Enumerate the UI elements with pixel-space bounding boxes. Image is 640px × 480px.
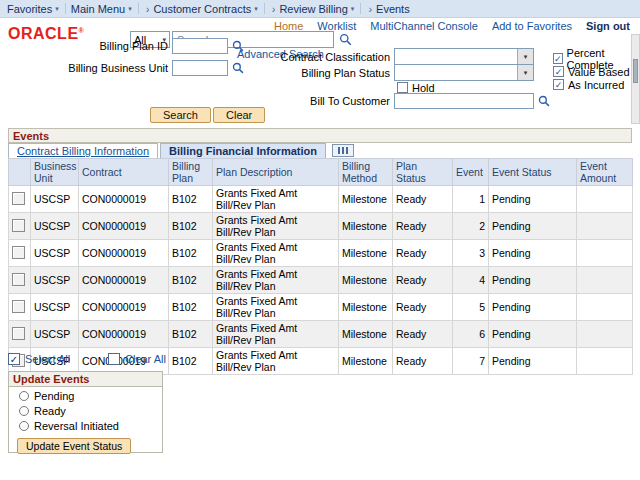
cell-billing-plan: B102	[169, 321, 213, 348]
cell-business-unit: USCSP	[31, 294, 79, 321]
cell-contract: CON0000019	[79, 186, 169, 213]
breadcrumb-separator	[264, 3, 265, 14]
row-select-checkbox[interactable]	[12, 219, 25, 232]
select-all-label: Select All	[25, 353, 70, 365]
cell-billing-method: Milestone	[339, 213, 393, 240]
value-based-checkbox[interactable]	[553, 66, 564, 77]
checkbox-row-percent-complete: Percent Complete	[553, 52, 640, 65]
cell-contract: CON0000019	[79, 267, 169, 294]
cell-contract: CON0000019	[79, 213, 169, 240]
cell-event-status: Pending	[489, 186, 577, 213]
pending-radio-label: Pending	[34, 390, 74, 402]
breadcrumb-item-main-menu[interactable]: Main Menu	[71, 3, 125, 15]
clear-all-control[interactable]: Clear All	[108, 353, 166, 365]
search-button[interactable]: Search	[150, 107, 211, 123]
cell-plan-status: Ready	[393, 213, 453, 240]
select-all-checkbox-icon	[8, 353, 20, 365]
breadcrumb: Favorites▾Main Menu▾›Customer Contracts▾…	[0, 0, 640, 18]
pending-radio-button[interactable]	[19, 391, 29, 401]
column-header-contract[interactable]: Contract	[79, 159, 169, 186]
sign-out-link[interactable]: Sign out	[586, 20, 630, 32]
cell-event-amount	[577, 240, 633, 267]
search-icon[interactable]	[339, 33, 352, 46]
column-header-event[interactable]: Event	[453, 159, 489, 186]
row-select-checkbox[interactable]	[12, 327, 25, 340]
events-section-header: Events	[8, 128, 632, 143]
scrollbar-thumb[interactable]	[633, 59, 638, 83]
cell-event: 2	[453, 213, 489, 240]
cell-billing-plan: B102	[169, 267, 213, 294]
cell-plan-status: Ready	[393, 240, 453, 267]
radio-row-pending: Pending	[19, 390, 162, 402]
clear-button[interactable]: Clear	[213, 107, 265, 123]
column-header-event-status[interactable]: Event Status	[489, 159, 577, 186]
dropdown-arrow-icon: ▾	[517, 49, 533, 64]
cell-event-status: Pending	[489, 321, 577, 348]
row-select-checkbox[interactable]	[12, 300, 25, 313]
cell-event-amount	[577, 213, 633, 240]
value-based-label: Value Based	[568, 66, 630, 78]
cell-plan-status: Ready	[393, 186, 453, 213]
cell-business-unit: USCSP	[31, 240, 79, 267]
table-row: USCSPCON0000019B102Grants Fixed Amt Bill…	[9, 321, 633, 348]
breadcrumb-chevron-icon: ›	[146, 3, 150, 15]
vertical-scrollbar[interactable]	[631, 34, 640, 124]
billing-plan-status-row: Billing Plan Status ▾	[0, 64, 534, 81]
bill-to-customer-row: Bill To Customer	[0, 92, 550, 109]
cell-plan-status: Ready	[393, 321, 453, 348]
cell-event-amount	[577, 267, 633, 294]
breadcrumb-separator	[360, 3, 361, 14]
column-header-billing-plan[interactable]: Billing Plan	[169, 159, 213, 186]
bill-to-customer-input[interactable]	[394, 93, 534, 109]
breadcrumb-item-review-billing[interactable]: Review Billing	[279, 3, 347, 15]
breadcrumb-item-favorites[interactable]: Favorites	[7, 3, 52, 15]
row-select-checkbox[interactable]	[12, 273, 25, 286]
table-row: USCSPCON0000019B102Grants Fixed Amt Bill…	[9, 267, 633, 294]
breadcrumb-separator	[138, 3, 139, 14]
show-all-columns-icon[interactable]	[332, 144, 354, 157]
reversal-initiated-radio-button[interactable]	[19, 421, 29, 431]
column-header-plan-description[interactable]: Plan Description	[213, 159, 339, 186]
update-options: PendingReadyReversal Initiated	[9, 390, 162, 432]
cell-event: 4	[453, 267, 489, 294]
cell-plan-description: Grants Fixed Amt Bill/Rev Plan	[213, 240, 339, 267]
cell-billing-method: Milestone	[339, 321, 393, 348]
chevron-down-icon: ▾	[351, 5, 355, 13]
breadcrumb-item-customer-contracts[interactable]: Customer Contracts	[153, 3, 251, 15]
cell-billing-method: Milestone	[339, 348, 393, 375]
column-header-business-unit[interactable]: Business Unit	[31, 159, 79, 186]
column-header-plan-status[interactable]: Plan Status	[393, 159, 453, 186]
select-all-control[interactable]: Select All	[8, 353, 70, 365]
tab-contract-billing-information[interactable]: Contract Billing Information	[8, 143, 158, 158]
percent-complete-checkbox[interactable]	[553, 53, 563, 64]
cell-plan-status: Ready	[393, 294, 453, 321]
chevron-down-icon: ▾	[55, 5, 59, 13]
events-section-title: Events	[13, 130, 49, 142]
bill-to-customer-lookup-icon[interactable]	[538, 95, 550, 107]
utility-link-multichannel-console[interactable]: MultiChannel Console	[370, 20, 478, 32]
cell-event-status: Pending	[489, 213, 577, 240]
as-incurred-checkbox[interactable]	[553, 79, 564, 90]
events-table: Business UnitContractBilling PlanPlan De…	[8, 158, 633, 375]
cell-event: 3	[453, 240, 489, 267]
cell-plan-description: Grants Fixed Amt Bill/Rev Plan	[213, 321, 339, 348]
chevron-down-icon: ▾	[254, 5, 258, 13]
column-header-billing-method[interactable]: Billing Method	[339, 159, 393, 186]
row-select-checkbox[interactable]	[12, 192, 25, 205]
breadcrumb-item-events[interactable]: Events	[376, 3, 410, 15]
tab-billing-financial-information[interactable]: Billing Financial Information	[160, 143, 326, 158]
breadcrumb-separator	[65, 3, 66, 14]
row-select-checkbox[interactable]	[12, 246, 25, 259]
method-checkboxes: Percent CompleteValue BasedAs Incurred	[553, 52, 640, 91]
update-event-status-button[interactable]: Update Event Status	[17, 438, 131, 454]
cell-event-status: Pending	[489, 240, 577, 267]
cell-plan-description: Grants Fixed Amt Bill/Rev Plan	[213, 348, 339, 375]
column-header-event-amount[interactable]: Event Amount	[577, 159, 633, 186]
ready-radio-button[interactable]	[19, 406, 29, 416]
cell-business-unit: USCSP	[31, 186, 79, 213]
cell-plan-description: Grants Fixed Amt Bill/Rev Plan	[213, 186, 339, 213]
cell-billing-plan: B102	[169, 213, 213, 240]
contract-classification-select[interactable]: ▾	[394, 48, 534, 65]
table-row: USCSPCON0000019B102Grants Fixed Amt Bill…	[9, 294, 633, 321]
utility-link-add-to-favorites[interactable]: Add to Favorites	[492, 20, 572, 32]
